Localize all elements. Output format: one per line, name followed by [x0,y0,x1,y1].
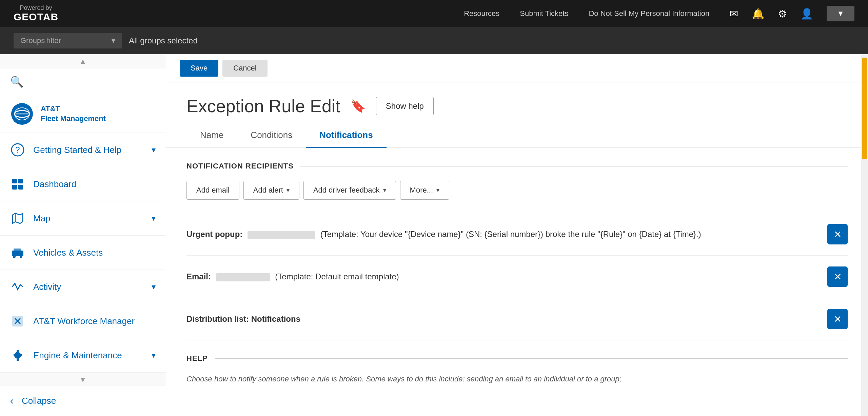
sidebar-search[interactable]: 🔍 [0,68,166,95]
more-button[interactable]: More... ▾ [400,181,449,200]
delete-distribution-list-button[interactable]: ✕ [827,309,848,329]
content-action-bar: Save Cancel [166,54,868,82]
groups-bar: Groups filter ▾ All groups selected [0,27,868,54]
notification-item-distribution-list: Distribution list: Notifications ✕ [186,298,848,340]
logo-section-top: Powered by GEOTAB [14,5,58,23]
bookmark-icon[interactable]: 🔖 [351,99,366,113]
groups-selected-text: All groups selected [129,36,198,45]
more-label: More... [410,186,433,195]
user-dropdown-button[interactable]: ▼ [827,6,854,21]
engine-chevron: ▾ [152,351,156,360]
getting-started-chevron: ▾ [152,145,156,155]
svg-rect-18 [14,354,16,356]
top-bar: Powered by GEOTAB Resources Submit Ticke… [0,0,868,27]
help-header: HELP [186,354,848,363]
scroll-down-icon: ▼ [79,375,87,384]
sidebar-item-getting-started[interactable]: ? Getting Started & Help ▾ [0,133,166,167]
collapse-label: Collapse [22,396,56,406]
tabs-row: Name Conditions Notifications [166,123,868,148]
user-dropdown-chevron: ▼ [837,9,844,18]
main-layout: ▲ 🔍 AT&T Fleet Management ? Getting Star… [0,54,868,416]
sidebar-item-map[interactable]: Map ▾ [0,201,166,236]
save-button[interactable]: Save [180,60,218,77]
resources-link[interactable]: Resources [464,9,499,18]
email-label: Email: [186,272,211,281]
add-alert-label: Add alert [253,186,283,195]
tab-name[interactable]: Name [186,123,237,148]
collapse-button[interactable]: ‹ Collapse [0,385,166,416]
sidebar-item-activity[interactable]: Activity ▾ [0,270,166,304]
engine-label: Engine & Maintenance [33,350,143,361]
sidebar-item-engine[interactable]: Engine & Maintenance ▾ [0,338,166,373]
sidebar-scroll-up[interactable]: ▲ [0,54,166,68]
scrollbar-thumb[interactable] [862,58,867,159]
add-driver-feedback-button[interactable]: Add driver feedback ▾ [303,181,396,200]
svg-text:?: ? [15,145,20,154]
add-buttons-row: Add email Add alert ▾ Add driver feedbac… [186,181,848,200]
urgent-popup-label: Urgent popup: [186,230,242,239]
top-bar-icons: ✉ 🔔 ⚙ 👤 ▼ [730,6,854,21]
att-logo-icon [10,102,34,126]
svg-rect-13 [14,249,21,252]
sidebar-item-dashboard[interactable]: Dashboard [0,167,166,201]
att-workforce-label: AT&T Workforce Manager [33,316,156,326]
brand-name: GEOTAB [14,11,58,22]
search-icon: 🔍 [10,75,24,88]
getting-started-label: Getting Started & Help [33,145,143,155]
distribution-list-text: Distribution list: Notifications [186,314,827,324]
tab-conditions[interactable]: Conditions [237,123,306,148]
gear-icon[interactable]: ⚙ [778,8,787,20]
svg-rect-9 [18,185,23,190]
mail-icon[interactable]: ✉ [730,8,738,20]
sidebar-item-vehicles[interactable]: Vehicles & Assets [0,236,166,270]
svg-rect-8 [12,185,17,190]
activity-label: Activity [33,282,143,292]
urgent-popup-text: Urgent popup: (Template: Your device "{D… [186,230,827,239]
sidebar: ▲ 🔍 AT&T Fleet Management ? Getting Star… [0,54,166,416]
vehicles-icon [10,245,25,260]
more-chevron: ▾ [436,186,439,194]
sidebar-item-att-workforce[interactable]: AT&T Workforce Manager [0,304,166,338]
notification-recipients-header: NOTIFICATION RECIPIENTS [186,162,848,171]
help-section-divider [215,358,848,359]
groups-filter-label: Groups filter [20,36,61,45]
activity-chevron: ▾ [152,282,156,292]
do-not-sell-link[interactable]: Do Not Sell My Personal Information [589,9,709,18]
add-driver-feedback-label: Add driver feedback [313,186,380,195]
map-label: Map [33,213,143,224]
scrollbar-track[interactable] [861,54,868,416]
help-section: HELP Choose how to notify someone when a… [186,354,848,385]
urgent-popup-masked-value [248,231,315,239]
sidebar-scroll-down[interactable]: ▼ [0,373,166,387]
submit-tickets-link[interactable]: Submit Tickets [520,9,568,18]
cancel-button[interactable]: Cancel [222,60,267,77]
geotab-logo: Powered by GEOTAB [14,5,58,23]
notification-recipients-title: NOTIFICATION RECIPIENTS [186,162,294,171]
svg-rect-6 [12,179,17,183]
svg-rect-21 [17,358,19,361]
add-email-button[interactable]: Add email [186,181,239,200]
tab-notifications[interactable]: Notifications [306,123,386,148]
distribution-list-label: Distribution list: Notifications [186,314,300,323]
map-chevron: ▾ [152,214,156,223]
svg-rect-20 [17,350,19,353]
content-body: NOTIFICATION RECIPIENTS Add email Add al… [166,148,868,398]
svg-rect-19 [20,354,22,356]
map-icon [10,211,25,226]
att-workforce-icon [10,314,25,329]
delete-urgent-popup-button[interactable]: ✕ [827,224,848,244]
show-help-button[interactable]: Show help [376,97,434,115]
delete-email-button[interactable]: ✕ [827,266,848,287]
groups-filter-input[interactable]: Groups filter ▾ [14,33,122,48]
powered-by-text: Powered by [20,5,52,12]
groups-filter-chevron: ▾ [112,36,115,45]
page-title: Exception Rule Edit [186,96,340,116]
vehicles-label: Vehicles & Assets [33,247,156,258]
email-masked-value [216,273,270,281]
add-alert-button[interactable]: Add alert ▾ [243,181,299,200]
top-bar-right: Resources Submit Tickets Do Not Sell My … [464,6,854,21]
scroll-up-icon: ▲ [79,57,87,66]
att-logo-text: AT&T Fleet Management [41,104,106,123]
bell-icon[interactable]: 🔔 [752,8,764,20]
user-icon[interactable]: 👤 [801,8,813,20]
